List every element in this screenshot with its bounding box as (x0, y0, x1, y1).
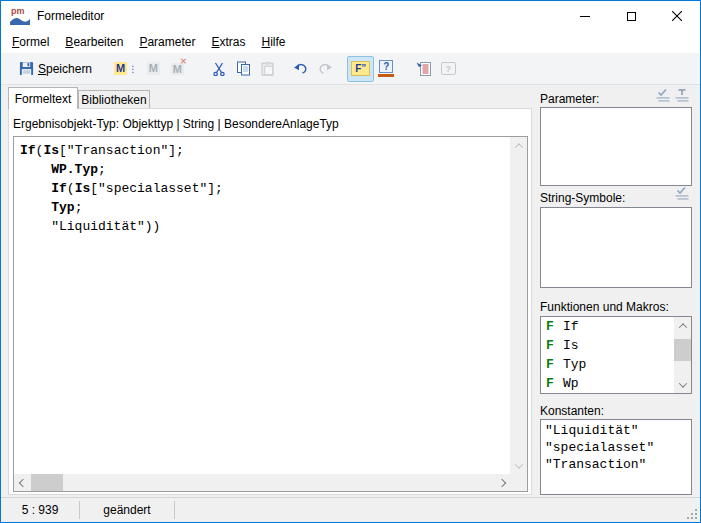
functions-scroll-up-button[interactable] (674, 317, 691, 334)
paste-button[interactable] (255, 56, 279, 82)
macro-insert-button[interactable]: M⋮ (110, 56, 141, 82)
function-icon: F (546, 319, 563, 334)
minimize-button[interactable] (562, 1, 608, 31)
save-button-label: Speichern (38, 62, 92, 76)
functions-list-box[interactable]: FIfFIsFTypFWp (540, 316, 692, 394)
insert-parameter-text-button[interactable] (674, 88, 690, 103)
maximize-icon (627, 12, 636, 21)
cut-icon (212, 62, 226, 76)
function-item-typ[interactable]: FTyp (541, 355, 674, 374)
scroll-up-button[interactable] (510, 137, 527, 154)
help-context-icon: ? (378, 60, 394, 77)
function-item-label: Typ (563, 357, 586, 372)
help-bubble-icon: ? (441, 62, 456, 75)
chevron-right-icon (497, 478, 505, 486)
formeleditor-window: pm Formeleditor FormelBearbeitenParamete… (0, 0, 701, 523)
menu-item-formel[interactable]: Formel (4, 32, 57, 52)
scroll-down-button[interactable] (510, 457, 527, 474)
cursor-position-status: 5 : 939 (1, 498, 79, 522)
cut-button[interactable] (207, 56, 231, 82)
code-line: Typ; (20, 198, 510, 217)
menu-bar: FormelBearbeitenParameterExtrasHilfe (1, 31, 700, 53)
functions-scrollbar[interactable] (674, 317, 691, 393)
scroll-right-button[interactable] (493, 474, 510, 491)
function-icon: F (546, 376, 563, 391)
tab-bibliotheken-label: Bibliotheken (81, 93, 146, 107)
copy-icon (236, 61, 251, 76)
function-item-if[interactable]: FIf (541, 317, 674, 336)
horizontal-scroll-thumb[interactable] (31, 474, 63, 491)
resize-grip-icon[interactable] (687, 509, 697, 519)
macro-delete-button[interactable]: M✕ (165, 56, 189, 82)
function-item-label: Wp (563, 376, 579, 391)
formula-text[interactable]: If(Is["Transaction"]; WP.Typ; If(Is["spe… (14, 137, 510, 474)
window-controls (562, 1, 700, 31)
function-item-is[interactable]: FIs (541, 336, 674, 355)
chevron-down-icon (678, 379, 686, 387)
macro-apply-button[interactable]: M (141, 56, 165, 82)
close-icon (672, 11, 682, 21)
app-icon: pm (10, 8, 30, 25)
macro-delete-x: ✕ (180, 57, 187, 66)
paste-icon (260, 61, 275, 76)
constant-item[interactable]: "Transaction" (545, 456, 691, 473)
code-line: "Liquidität")) (20, 217, 510, 236)
parameter-list[interactable] (540, 107, 692, 186)
code-line: If(Is["Transaction"]; (20, 141, 510, 160)
menu-item-parameter[interactable]: Parameter (131, 32, 203, 52)
title-bar: pm Formeleditor (1, 1, 700, 31)
macro-apply-icon: M (147, 62, 160, 75)
menu-item-hilfe[interactable]: Hilfe (254, 32, 294, 52)
chevron-up-icon (678, 323, 686, 331)
function-item-wp[interactable]: FWp (541, 374, 674, 393)
help-context-button[interactable]: ? (374, 56, 398, 82)
code-line: WP.Typ; (20, 160, 510, 179)
help-bubble-button[interactable]: ? (436, 56, 460, 82)
functions-scroll-down-button[interactable] (674, 376, 691, 393)
status-bar: 5 : 939 geändert (1, 497, 700, 522)
function-icon: F (546, 338, 563, 353)
function-icon: F (546, 357, 563, 372)
code-line: If(Is["specialasset"]; (20, 179, 510, 198)
menu-item-bearbeiten[interactable]: Bearbeiten (57, 32, 131, 52)
functions-scroll-thumb[interactable] (674, 339, 691, 361)
insert-parameter-button[interactable] (655, 88, 671, 103)
tab-formeltext[interactable]: Formeltext (8, 87, 78, 109)
macro-insert-icon: M (114, 62, 127, 75)
editor-vertical-scrollbar[interactable] (510, 137, 527, 474)
insert-string-symbol-button[interactable] (674, 186, 690, 201)
insert-check-icon (655, 88, 671, 103)
formula-editor[interactable]: If(Is["Transaction"]; WP.Typ; If(Is["spe… (13, 136, 528, 492)
scroll-left-button[interactable] (14, 474, 31, 491)
save-button[interactable]: Speichern (15, 56, 96, 82)
minimize-icon (580, 16, 590, 17)
function-item-label: If (563, 319, 579, 334)
undo-icon (293, 62, 309, 75)
maximize-button[interactable] (608, 1, 654, 31)
macro-insert-dots: ⋮ (128, 64, 137, 74)
insert-check-icon (674, 186, 690, 201)
copy-button[interactable] (231, 56, 255, 82)
constant-item[interactable]: "Liquidität" (545, 422, 691, 439)
constant-item[interactable]: "specialasset" (545, 439, 691, 456)
chevron-down-icon (514, 460, 522, 468)
editor-horizontal-scrollbar[interactable] (14, 474, 510, 491)
undo-button[interactable] (289, 56, 313, 82)
parameter-label: Parameter: (540, 92, 599, 106)
status-separator (174, 501, 175, 519)
tab-formeltext-label: Formeltext (15, 92, 72, 106)
constants-list[interactable]: "Liquidität""specialasset""Transaction" (540, 419, 692, 495)
check-formula-icon (416, 61, 432, 77)
functions-list[interactable]: FIfFIsFTypFWp (541, 317, 674, 393)
string-quote-toggle-button[interactable]: F” (347, 56, 374, 82)
string-symbols-list[interactable] (540, 207, 692, 288)
close-button[interactable] (654, 1, 700, 31)
string-quote-toggle-icon: F” (351, 61, 370, 76)
check-formula-button[interactable] (412, 56, 436, 82)
tab-bibliotheken[interactable]: Bibliotheken (78, 90, 150, 109)
result-type-label: Ergebnisobjekt-Typ: Objekttyp | String |… (13, 117, 339, 131)
redo-button[interactable] (313, 56, 337, 82)
menu-item-extras[interactable]: Extras (203, 32, 253, 52)
string-symbols-label: String-Symbole: (540, 191, 625, 205)
window-title: Formeleditor (37, 9, 104, 23)
